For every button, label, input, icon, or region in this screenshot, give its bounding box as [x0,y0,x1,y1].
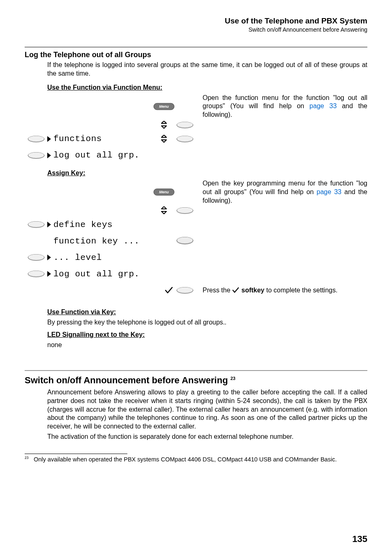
softkey-icon [176,237,194,245]
step-row: function key ... [25,233,367,249]
page-number: 135 [352,534,367,544]
step-row [25,205,367,216]
softkey-icon [27,135,45,143]
section-divider [25,370,367,371]
lcd-text: log out all grp. [53,269,140,279]
softkey-icon [27,221,45,228]
step-row: Press the softkey to complete the settin… [25,282,367,299]
text-fragment: By pressing the key the telephone is log… [47,319,225,326]
triangle-right-icon [47,271,51,277]
checkmark-icon [232,287,240,293]
step-row: Open the key programming menu for the fu… [25,179,367,205]
bold-text: softkey [241,287,264,294]
lcd-text: functions [53,134,102,144]
softkey-icon [27,254,45,261]
intro-paragraph: If the telephone is logged into several … [47,61,367,78]
footnote: 23 Only available when operated the PBX … [25,456,367,463]
paragraph: By pressing the key the telephone is log… [47,318,367,327]
menu-key-icon [153,188,175,196]
step-row: define keys [25,216,367,233]
paragraph: Announcement before Answering allows to … [47,388,367,431]
footnote-ref: 23 [231,376,235,381]
step-row [25,119,367,131]
header-subtitle: Switch on/off Announcement before Answer… [25,26,367,33]
footnote-text: Only available when operated the PBX sys… [34,456,367,463]
text-fragment: to complete the settings. [265,287,338,294]
page-header: Use of the Telephone and PBX System Swit… [25,16,367,33]
triangle-right-icon [47,222,51,227]
divider [25,47,367,47]
header-title: Use of the Telephone and PBX System [25,16,367,25]
subheading-led: LED Signalling next to the Key: [47,331,367,338]
paragraph: The activation of the function is separa… [47,433,367,441]
subheading-use-via-key: Use Function via Key: [47,308,367,316]
text-fragment: Switch on/off Announcement before Answer… [25,375,231,385]
section-heading: Switch on/off Announcement before Answer… [25,375,367,386]
updown-arrows-icon [158,135,170,143]
subheading-assign-key: Assign Key: [47,169,367,177]
step-row: log out all grp. [25,147,367,164]
softkey-icon [176,121,194,129]
step-row: Open the function menu for the function … [25,94,367,119]
text-fragment: Press the [203,287,232,294]
softkey-icon [176,207,194,214]
page-link[interactable]: page 33 [309,102,337,109]
triangle-right-icon [47,136,51,142]
subheading-function-menu: Use the Function via Function Menu: [47,84,367,91]
triangle-right-icon [47,255,51,260]
step-text: Open the function menu for the function … [198,94,367,119]
updown-arrows-icon [158,206,170,215]
softkey-icon [176,287,194,294]
step-text: Open the key programming menu for the fu… [198,179,367,205]
lcd-text: ... level [53,253,102,262]
softkey-icon [27,152,45,159]
lcd-text: function key ... [53,236,140,246]
footnote-mark: 23 [25,456,28,460]
menu-key-icon [153,103,175,110]
lcd-text: define keys [53,220,113,229]
lcd-text: log out all grp. [53,151,140,160]
step-row: ... level [25,249,367,266]
softkey-icon [27,270,45,278]
paragraph: none [47,341,367,350]
footnote-divider [25,454,127,454]
page-link[interactable]: page 33 [317,188,341,195]
checkmark-icon [165,287,174,294]
step-text: Press the softkey to complete the settin… [198,286,367,295]
step-row: log out all grp. [25,266,367,282]
updown-arrows-icon [158,121,170,129]
step-row: functions [25,131,367,147]
softkey-icon [176,135,194,143]
section-heading: Log the Telephone out of all Groups [25,51,367,59]
triangle-right-icon [47,153,51,158]
